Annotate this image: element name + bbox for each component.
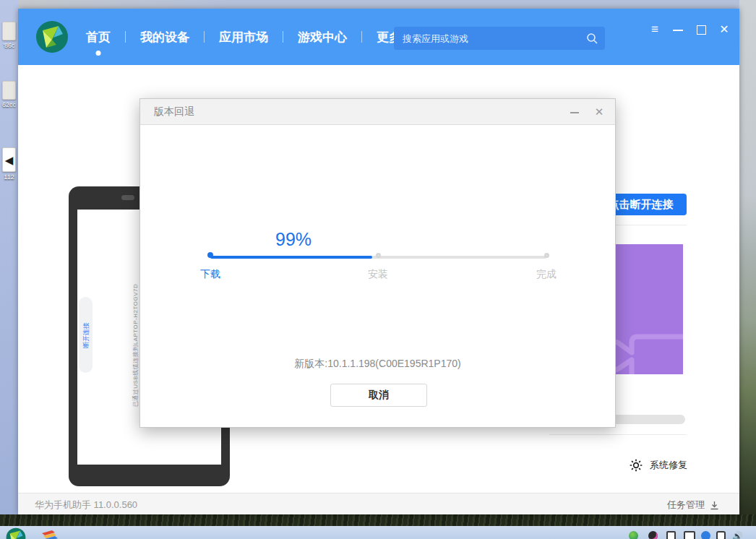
nav-label: 游戏中心 xyxy=(298,30,347,44)
progress-percent: 99% xyxy=(275,229,312,250)
search-input[interactable] xyxy=(403,27,576,50)
disconnect-pill-label: 断开连接 xyxy=(81,322,90,348)
nav-label: 首页 xyxy=(86,30,111,44)
disconnect-pill-button[interactable]: 断开连接 xyxy=(79,297,93,373)
windows-taskbar[interactable] xyxy=(0,526,756,539)
dialog-controls: ✕ xyxy=(569,99,605,125)
dialog-titlebar: 版本回退 ✕ xyxy=(140,99,615,125)
tray-icon-hisuite[interactable] xyxy=(629,531,638,539)
tray-icon-bluetooth[interactable] xyxy=(701,531,710,539)
system-repair-button[interactable]: 系统修复 xyxy=(629,458,687,473)
dialog-minimize-button[interactable] xyxy=(569,106,580,118)
step-dot xyxy=(207,252,213,258)
active-tab-dot xyxy=(96,51,101,56)
divider xyxy=(549,434,687,435)
nav-label: 我的设备 xyxy=(140,30,189,44)
nav-item-game-center[interactable]: 游戏中心 xyxy=(289,29,356,46)
main-nav: 首页 我的设备 应用市场 游戏中心 更多服务 xyxy=(77,9,447,65)
nav-separator xyxy=(204,31,205,43)
app-header: 首页 我的设备 应用市场 游戏中心 更多服务 xyxy=(18,9,739,65)
nav-item-home[interactable]: 首页 xyxy=(77,29,119,46)
new-version-text: 新版本:10.1.1.198(C00E195R1P170) xyxy=(140,358,615,371)
tray-icon-volume[interactable]: 🔊 xyxy=(732,531,742,539)
minimize-button[interactable] xyxy=(671,23,684,36)
task-manager-label: 任务管理 xyxy=(667,499,705,512)
progress-fill xyxy=(210,256,372,259)
nav-separator xyxy=(283,31,283,43)
dialog-close-button[interactable]: ✕ xyxy=(593,106,605,118)
file-icon xyxy=(2,22,16,40)
desktop-icon-label: '86c xyxy=(0,42,18,49)
step-label: 安装 xyxy=(368,268,388,281)
tray-icon-display[interactable] xyxy=(684,531,695,539)
dialog-title: 版本回退 xyxy=(154,105,194,118)
tray-icon-app[interactable] xyxy=(648,531,658,539)
version-rollback-dialog: 版本回退 ✕ 99% 下载 安装 完成 新版本:10.1.1.198(C00E1… xyxy=(139,98,616,428)
cancel-button[interactable]: 取消 xyxy=(330,384,427,407)
task-manager-button[interactable]: 任务管理 xyxy=(667,499,719,512)
desktop-icon-label: 62cc xyxy=(0,101,18,108)
menu-icon[interactable]: ≡ xyxy=(648,23,661,36)
search-icon[interactable] xyxy=(586,33,598,44)
desktop-wallpaper-right xyxy=(739,0,756,514)
nav-separator xyxy=(125,31,126,43)
window-controls: ≡ ✕ xyxy=(648,23,731,36)
step-label: 下载 xyxy=(200,268,220,281)
desktop-wallpaper-bottom xyxy=(0,514,756,526)
status-bar: 华为手机助手 11.0.0.560 任务管理 xyxy=(18,493,739,514)
taskbar-icon-office[interactable] xyxy=(40,527,59,539)
app-version-text: 华为手机助手 11.0.0.560 xyxy=(35,499,137,512)
desktop-icon-label: 112 xyxy=(0,173,18,181)
desktop-icon-3[interactable]: ◀ 112 xyxy=(0,147,18,181)
step-label: 完成 xyxy=(536,268,557,281)
tray-icon-package[interactable] xyxy=(716,531,726,539)
step-install: 安装 xyxy=(368,253,388,281)
nav-separator xyxy=(361,31,362,43)
step-dot xyxy=(544,253,549,258)
file-icon xyxy=(2,81,16,100)
step-dot xyxy=(376,253,381,258)
close-button[interactable]: ✕ xyxy=(718,23,731,36)
desktop-icon-2[interactable]: 62cc xyxy=(0,81,18,108)
arrow-left-icon: ◀ xyxy=(2,147,16,172)
desktop-wallpaper-left xyxy=(0,0,18,514)
search-box xyxy=(394,27,605,50)
tray-icon-usb[interactable] xyxy=(666,531,676,539)
desktop-icon-1[interactable]: '86c xyxy=(0,22,18,49)
desktop-wallpaper-top xyxy=(0,0,756,9)
step-complete: 完成 xyxy=(536,253,557,281)
nav-item-app-market[interactable]: 应用市场 xyxy=(210,29,277,46)
promo-outline-icon xyxy=(613,337,683,374)
hisuite-logo-icon[interactable] xyxy=(36,21,68,53)
connection-status-text: 已通过USB线缆连接到LAPTOP-H2TOGV7D xyxy=(132,284,139,408)
nav-item-my-devices[interactable]: 我的设备 xyxy=(132,29,198,46)
step-download: 下载 xyxy=(200,252,220,281)
nav-label: 应用市场 xyxy=(219,30,268,44)
system-repair-label: 系统修复 xyxy=(650,459,687,472)
download-icon xyxy=(710,501,719,510)
taskbar-icon-hisuite[interactable] xyxy=(6,527,26,539)
phone-camera-icon xyxy=(121,195,134,200)
maximize-button[interactable] xyxy=(695,23,708,36)
gear-icon xyxy=(629,458,643,473)
